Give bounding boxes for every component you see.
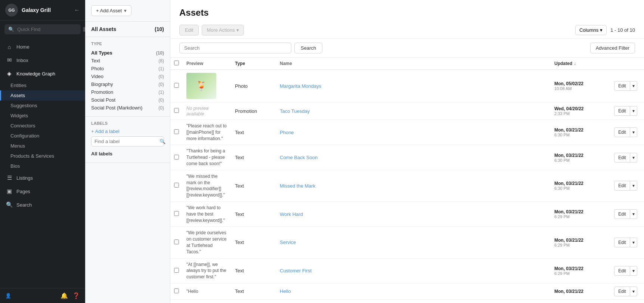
asset-name-link[interactable]: Work Hard <box>280 211 303 217</box>
all-types-label: All Types <box>91 50 112 56</box>
row-edit-dropdown-button[interactable]: ▾ <box>630 181 637 191</box>
sidebar-item-widgets[interactable]: Widgets <box>0 111 85 121</box>
sidebar-item-menus[interactable]: Menus <box>0 141 85 151</box>
filter-type-photo[interactable]: Photo (1) <box>91 65 164 72</box>
row-preview-cell: "We pride ourselves on customer service … <box>183 227 231 258</box>
label-search[interactable]: 🔍 <box>91 136 164 146</box>
sidebar-header: GG Galaxy Grill ← <box>0 0 85 21</box>
sidebar-item-pages[interactable]: ▣ Pages <box>0 185 85 198</box>
row-checkbox-cell <box>170 120 183 145</box>
asset-name-link[interactable]: Phone <box>280 130 294 135</box>
sidebar-item-suggestions[interactable]: Suggestions <box>0 101 85 111</box>
listings-icon: ☰ <box>6 174 13 181</box>
row-checkbox[interactable] <box>174 211 179 216</box>
row-edit-button[interactable]: Edit <box>614 127 630 137</box>
asset-name-link[interactable]: Customer First <box>280 268 312 273</box>
row-action-cell: Edit ▾ <box>610 227 644 258</box>
filter-type-video[interactable]: Video (0) <box>91 72 164 80</box>
filter-type-social-post[interactable]: Social Post (0) <box>91 96 164 104</box>
type-filter-section: Type All Types (10) Text (8) Photo (1) V… <box>85 37 170 117</box>
filter-type-biography[interactable]: Biography (0) <box>91 80 164 88</box>
header-updated[interactable]: Updated ↓ <box>551 58 610 70</box>
quick-find-input[interactable] <box>17 27 80 32</box>
row-checkbox[interactable] <box>174 129 179 134</box>
row-edit-button[interactable]: Edit <box>614 181 630 191</box>
more-actions-button[interactable]: More Actions ▾ <box>202 25 244 35</box>
row-edit-dropdown-button[interactable]: ▾ <box>630 266 637 276</box>
row-type-cell: Text <box>231 120 276 145</box>
all-assets-label: All Assets <box>91 26 116 32</box>
row-edit-dropdown-button[interactable]: ▾ <box>630 153 637 163</box>
columns-button[interactable]: Columns ▾ <box>575 25 607 35</box>
configuration-label: Configuration <box>10 133 39 139</box>
row-edit-button[interactable]: Edit <box>614 287 630 296</box>
asset-name-link[interactable]: Hello <box>280 288 291 294</box>
row-checkbox[interactable] <box>174 183 179 188</box>
filter-type-promotion[interactable]: Promotion (1) <box>91 88 164 96</box>
asset-name-link[interactable]: Margarita Mondays <box>280 83 321 89</box>
sidebar-item-knowledge-graph[interactable]: ◈ Knowledge Graph <box>0 67 85 80</box>
social-post-markdown-type-label: Social Post (Markdown) <box>91 105 142 111</box>
label-search-input[interactable] <box>95 139 157 144</box>
updated-time: 6:30 PM <box>554 158 607 163</box>
back-button[interactable]: ← <box>74 7 80 13</box>
row-edit-dropdown-button[interactable]: ▾ <box>630 238 637 247</box>
quick-find[interactable]: 🔍 ⌘ K <box>4 24 81 34</box>
all-types-count: (10) <box>156 50 164 56</box>
row-edit-dropdown-button[interactable]: ▾ <box>630 81 637 91</box>
row-checkbox[interactable] <box>174 288 179 293</box>
asset-name-link[interactable]: Service <box>280 239 296 245</box>
add-label-link[interactable]: + Add a label <box>91 129 164 134</box>
row-edit-button[interactable]: Edit <box>614 238 630 247</box>
updated-time: 10:08 AM <box>554 86 607 91</box>
sidebar-item-home[interactable]: ⌂ Home <box>0 40 85 53</box>
row-checkbox[interactable] <box>174 83 179 88</box>
asset-name-link[interactable]: Missed the Mark <box>280 183 315 189</box>
filter-type-all-types[interactable]: All Types (10) <box>91 49 164 57</box>
sidebar-item-listings[interactable]: ☰ Listings <box>0 171 85 185</box>
row-edit-button[interactable]: Edit <box>614 153 630 163</box>
all-assets-filter[interactable]: All Assets (10) <box>85 22 170 37</box>
row-checkbox[interactable] <box>174 108 179 113</box>
updated-date: Mon, 03/21/22 <box>554 289 607 294</box>
row-checkbox[interactable] <box>174 239 179 244</box>
search-input[interactable] <box>184 45 287 51</box>
sidebar-item-assets[interactable]: Assets <box>0 90 85 101</box>
sidebar-item-connectors[interactable]: Connectors <box>0 121 85 131</box>
row-edit-button[interactable]: Edit <box>614 106 630 116</box>
filter-type-text[interactable]: Text (8) <box>91 57 164 65</box>
row-edit-dropdown-button[interactable]: ▾ <box>630 209 637 219</box>
row-edit-dropdown-button[interactable]: ▾ <box>630 287 637 296</box>
row-edit-button[interactable]: Edit <box>614 209 630 219</box>
row-edit-dropdown-button[interactable]: ▾ <box>630 106 637 116</box>
search-button[interactable]: Search <box>294 43 322 53</box>
advanced-filter-button[interactable]: Advanced Filter <box>590 43 635 53</box>
help-icon[interactable]: ❓ <box>72 292 80 299</box>
filter-type-social-post-markdown[interactable]: Social Post (Markdown) (0) <box>91 104 164 112</box>
edit-button[interactable]: Edit <box>179 25 199 35</box>
table-body: 🍹 Photo Margarita Mondays Mon, 05/02/22 … <box>170 70 644 300</box>
sidebar-item-bios[interactable]: Bios <box>0 161 85 171</box>
sidebar-item-products-services[interactable]: Products & Services <box>0 151 85 161</box>
notifications-icon[interactable]: 🔔 <box>61 292 68 299</box>
asset-name-link[interactable]: Come Back Soon <box>280 155 318 160</box>
row-name-cell: Customer First <box>276 258 551 283</box>
all-labels-item[interactable]: All labels <box>91 149 164 158</box>
asset-name-link[interactable]: Taco Tuesday <box>280 108 310 114</box>
row-edit-button[interactable]: Edit <box>614 266 630 276</box>
row-checkbox[interactable] <box>174 268 179 273</box>
menus-label: Menus <box>10 143 25 149</box>
sidebar-item-inbox[interactable]: ✉ Inbox <box>0 53 85 67</box>
row-updated-cell: Mon, 03/21/22 6:29 PM <box>551 201 610 226</box>
select-all-checkbox[interactable] <box>174 61 179 65</box>
add-asset-button[interactable]: + Add Asset ▾ <box>91 5 131 16</box>
sidebar-item-search[interactable]: 🔍 Search <box>0 198 85 211</box>
sidebar-item-entities[interactable]: Entities <box>0 80 85 90</box>
sidebar-item-configuration[interactable]: Configuration <box>0 131 85 141</box>
row-updated-cell: Mon, 03/21/22 6:30 PM <box>551 145 610 170</box>
row-edit-dropdown-button[interactable]: ▾ <box>630 127 637 137</box>
user-avatar-icon[interactable]: 👤 <box>5 293 11 299</box>
row-edit-button[interactable]: Edit <box>614 81 630 91</box>
row-checkbox[interactable] <box>174 155 179 160</box>
updated-header-content: Updated ↓ <box>554 61 607 66</box>
